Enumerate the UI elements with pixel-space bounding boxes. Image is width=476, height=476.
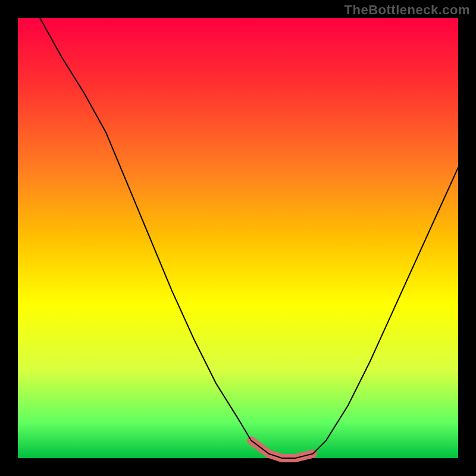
bottleneck-chart [0, 0, 476, 476]
watermark-text: TheBottleneck.com [345, 2, 470, 18]
chart-frame: TheBottleneck.com [0, 0, 476, 476]
plot-background [18, 18, 458, 458]
